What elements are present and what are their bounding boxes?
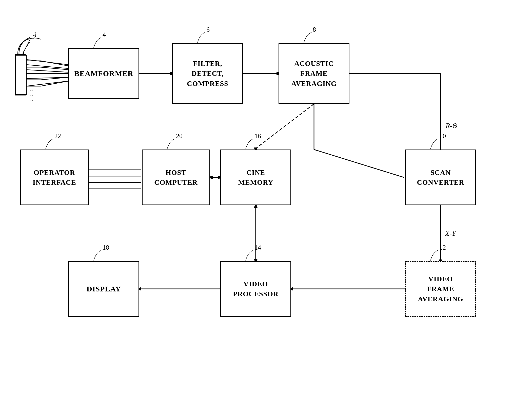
svg-line-9 [41,61,68,66]
svg-text:2: 2 [33,30,37,38]
svg-text:·: · [31,91,33,99]
svg-text:8: 8 [313,26,316,33]
beamformer-label: BEAMFORMER [74,69,133,78]
svg-text:10: 10 [439,132,446,140]
svg-rect-20 [16,55,26,95]
video-processor-label: VIDEOPROCESSOR [233,279,279,299]
svg-text:18: 18 [103,244,109,251]
host-computer-label: HOSTCOMPUTER [154,168,198,187]
svg-line-25 [26,81,68,86]
svg-text:·: · [30,97,32,105]
svg-line-21 [26,60,68,65]
svg-text:·: · [30,91,32,100]
svg-line-19 [314,150,404,177]
display-block: DISPLAY [68,261,139,317]
acoustic-frame-label: ACOUSTICFRAMEAVERAGING [291,59,337,88]
svg-text:16: 16 [254,132,261,140]
svg-line-13 [41,81,68,86]
svg-text:6: 6 [206,26,210,33]
scan-converter-label: SCANCONVERTER [417,168,464,187]
operator-interface-block: OPERATORINTERFACE [20,150,89,205]
svg-line-22 [26,65,68,68]
operator-interface-label: OPERATORINTERFACE [33,168,76,187]
display-label: DISPLAY [87,285,121,293]
svg-text:·: · [30,86,32,95]
svg-text:20: 20 [176,132,183,140]
svg-line-23 [26,70,68,72]
svg-text:·: · [31,86,33,94]
svg-text:X-Y: X-Y [445,229,457,237]
scan-converter-block: SCANCONVERTER [405,150,476,205]
diagram: · · · 2 [0,0,532,408]
svg-line-12 [41,77,68,80]
cine-memory-label: CINEMEMORY [238,168,273,187]
svg-text:·: · [31,96,33,104]
filter-block: FILTER,DETECT,COMPRESS [172,43,243,104]
svg-text:14: 14 [254,244,261,251]
svg-line-39 [256,104,314,149]
label-2: 2 [33,33,36,41]
filter-label: FILTER,DETECT,COMPRESS [187,59,228,88]
svg-text:R-Θ: R-Θ [445,122,458,129]
svg-line-10 [41,67,68,70]
video-processor-block: VIDEOPROCESSOR [220,261,291,317]
svg-marker-30 [22,52,24,54]
acoustic-frame-block: ACOUSTICFRAMEAVERAGING [279,43,349,104]
video-frame-label: VIDEOFRAMEAVERAGING [418,274,463,304]
svg-text:4: 4 [103,31,106,38]
beamformer-block: BEAMFORMER [68,48,139,99]
cine-memory-block: CINEMEMORY [220,150,291,205]
host-computer-block: HOSTCOMPUTER [142,150,210,205]
svg-text:12: 12 [439,244,446,251]
svg-line-24 [26,77,68,79]
video-frame-block: VIDEOFRAMEAVERAGING [405,261,476,317]
svg-text:22: 22 [54,132,61,140]
svg-rect-0 [15,54,25,95]
